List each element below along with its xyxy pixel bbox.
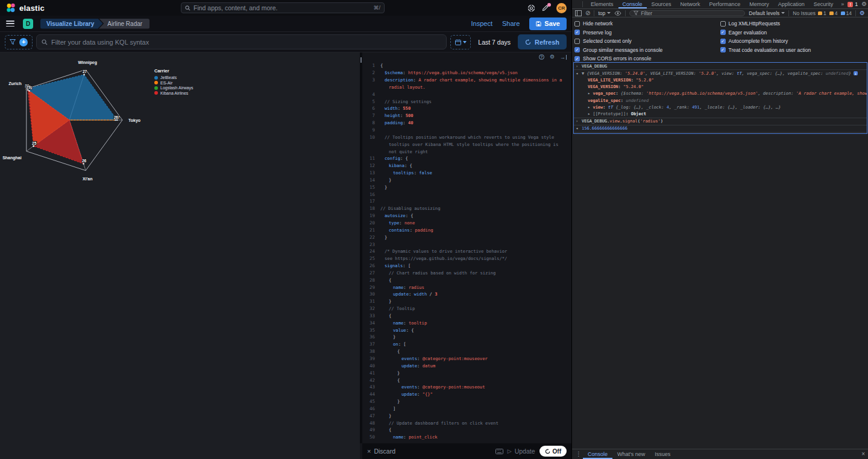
- code-line[interactable]: 3description: A radar chart example, sho…: [362, 77, 571, 84]
- code-line[interactable]: 23: [362, 241, 571, 248]
- code-line[interactable]: 30update: width / 3: [362, 291, 571, 298]
- log-levels-dropdown[interactable]: Default levels: [749, 10, 785, 16]
- code-line[interactable]: 9: [362, 127, 571, 134]
- code-line[interactable]: 32// Tooltip: [362, 305, 571, 312]
- console-row[interactable]: ▸ vega_spec: {$schema: 'https://vega.git…: [574, 90, 867, 97]
- code-line[interactable]: 11config: {: [362, 155, 571, 162]
- elastic-logo[interactable]: elastic: [0, 3, 45, 13]
- drawer-tab-console[interactable]: Console: [583, 449, 612, 459]
- code-line[interactable]: 6width: 550: [362, 105, 571, 112]
- code-line[interactable]: 34name: tooltip: [362, 319, 571, 326]
- context-selector[interactable]: top: [598, 10, 611, 16]
- console-messages[interactable]: ›VEGA_DEBUG◂▼ {VEGA_VERSION: '5.24.0', V…: [573, 62, 867, 134]
- code-line[interactable]: 38{: [362, 348, 571, 355]
- code-line[interactable]: 26signals: [: [362, 262, 571, 270]
- legend-item[interactable]: ES-Air: [154, 81, 193, 85]
- auto-apply-toggle[interactable]: Off: [539, 446, 567, 457]
- code-line[interactable]: 25see https://vega.github.io/vega/docs/s…: [362, 255, 571, 262]
- checkbox-show-cors-errors-in-console[interactable]: ✓Show CORS errors in console: [574, 55, 720, 62]
- code-line[interactable]: 15}: [362, 183, 571, 191]
- inspect-button[interactable]: Inspect: [471, 20, 492, 27]
- legend-item[interactable]: Kibana Airlines: [154, 91, 193, 95]
- devtools-tab-network[interactable]: Network: [676, 0, 705, 8]
- update-button[interactable]: ▷ Update: [508, 448, 535, 455]
- devtools-tab-memory[interactable]: Memory: [745, 0, 773, 8]
- code-line[interactable]: 14}: [362, 177, 571, 184]
- keyboard-icon[interactable]: [495, 449, 503, 454]
- code-line[interactable]: 7height: 500: [362, 112, 571, 119]
- code-line[interactable]: 44update: "{}": [362, 391, 571, 398]
- console-settings-icon[interactable]: ⚙: [860, 10, 865, 16]
- help-icon[interactable]: [527, 4, 535, 12]
- code-line[interactable]: 33{: [362, 312, 571, 320]
- code-line[interactable]: 12kibana: {: [362, 162, 571, 169]
- console-sidebar-icon[interactable]: [575, 10, 582, 16]
- more-tabs-icon[interactable]: »: [841, 1, 844, 7]
- drawer-close-icon[interactable]: ×: [861, 451, 865, 457]
- code-line[interactable]: 10// Tooltips position workaround which …: [362, 133, 571, 141]
- legend-item[interactable]: JetBeats: [154, 75, 193, 80]
- menu-icon[interactable]: [6, 21, 14, 27]
- gear-icon[interactable]: ⚙: [861, 1, 867, 7]
- devtools-tab-sources[interactable]: Sources: [647, 0, 676, 8]
- code-line[interactable]: 1{: [362, 62, 571, 69]
- code-line[interactable]: tooltips over Kibana HTML style tooltips…: [362, 141, 571, 148]
- code-line[interactable]: 45}: [362, 398, 571, 405]
- code-line[interactable]: 18// Disabling autosizing: [362, 205, 571, 212]
- drawer-tab-what-s-new[interactable]: What's new: [612, 449, 650, 459]
- code-line[interactable]: 27// Chart radius based on width for siz…: [362, 269, 571, 276]
- radar-chart[interactable]: TokyoXi'anShanghaiZurichWinnipeg27302726…: [0, 52, 151, 194]
- code-line[interactable]: 21contains: padding: [362, 226, 571, 233]
- app-icon[interactable]: D: [23, 19, 33, 29]
- code-line[interactable]: 17: [362, 198, 571, 205]
- checkbox-treat-code-evaluation-as-user-action[interactable]: ✓Treat code evaluation as user action: [720, 47, 866, 53]
- legend-item[interactable]: Logstash Airways: [154, 86, 193, 90]
- console-row[interactable]: ▸ [[Prototype]]: Object: [574, 110, 867, 117]
- settings-icon[interactable]: ⚙: [550, 54, 555, 60]
- share-button[interactable]: Share: [502, 20, 520, 27]
- code-line[interactable]: 46]: [362, 405, 571, 413]
- breadcrumb-visualize-library[interactable]: Visualize Library: [40, 19, 102, 29]
- code-line[interactable]: 8padding: 40: [362, 119, 571, 127]
- code-line[interactable]: 43events: @category-point:mouseout: [362, 384, 571, 391]
- code-line[interactable]: 4: [362, 90, 571, 98]
- code-line[interactable]: 24/* Dynamic values to drive interactive…: [362, 248, 571, 255]
- save-button[interactable]: Save: [529, 17, 567, 30]
- info-icon[interactable]: i: [854, 71, 858, 75]
- clear-console-icon[interactable]: ⊘: [585, 10, 590, 16]
- checkbox-group-similar-messages-in-console[interactable]: ✓Group similar messages in console: [574, 47, 720, 53]
- code-line[interactable]: 50name: point_click: [362, 434, 571, 441]
- code-line[interactable]: 16: [362, 191, 571, 198]
- console-row[interactable]: ◂156.66666666666666: [574, 125, 867, 132]
- vega-spec-editor[interactable]: ? ⚙ → 1{2$schema: https://vega.github.io…: [362, 52, 571, 443]
- filter-menu-button[interactable]: +: [5, 35, 33, 49]
- code-line[interactable]: 37on: [: [362, 341, 571, 348]
- code-line[interactable]: 5// Sizing settings: [362, 98, 571, 105]
- checkbox-selected-context-only[interactable]: Selected context only: [574, 38, 720, 44]
- code-line[interactable]: 20type: none: [362, 220, 571, 227]
- date-picker-button[interactable]: [450, 35, 471, 49]
- time-range-label[interactable]: Last 7 days: [474, 39, 514, 46]
- add-filter-icon[interactable]: +: [19, 38, 28, 46]
- console-row[interactable]: ›: [574, 133, 867, 134]
- code-line[interactable]: 29name: radius: [362, 283, 571, 291]
- checkbox-autocomplete-from-history[interactable]: ✓Autocomplete from history: [720, 38, 866, 44]
- global-search-input[interactable]: Find apps, content, and more. ⌘/: [181, 2, 385, 13]
- code-line[interactable]: 42{: [362, 376, 571, 384]
- code-line[interactable]: 22}: [362, 233, 571, 241]
- expand-icon[interactable]: →: [560, 55, 567, 60]
- code-line[interactable]: 35value: {: [362, 326, 571, 334]
- console-row[interactable]: ›VEGA_DEBUG: [574, 63, 867, 69]
- code-line[interactable]: 28{: [362, 276, 571, 283]
- code-line[interactable]: 31}: [362, 298, 571, 305]
- checkbox-hide-network[interactable]: Hide network: [574, 21, 720, 27]
- console-row[interactable]: VEGA_LITE_VERSION: "5.2.0": [574, 77, 867, 83]
- code-line[interactable]: 2$schema: https://vega.github.io/schema/…: [362, 69, 571, 77]
- devtools-tab-elements[interactable]: Elements: [587, 0, 618, 8]
- devtools-tab-performance[interactable]: Performance: [705, 0, 745, 8]
- code-line[interactable]: not quite right: [362, 148, 571, 155]
- checkbox-preserve-log[interactable]: ✓Preserve log: [574, 30, 720, 36]
- console-row[interactable]: ▸ view: tT {_log: {…}, _clock: 4, _rank:…: [574, 104, 867, 110]
- breadcrumb-airline-radar[interactable]: Airline Radar: [99, 19, 149, 29]
- console-row[interactable]: ◂▼ {VEGA_VERSION: '5.24.0', VEGA_LITE_VE…: [574, 70, 867, 77]
